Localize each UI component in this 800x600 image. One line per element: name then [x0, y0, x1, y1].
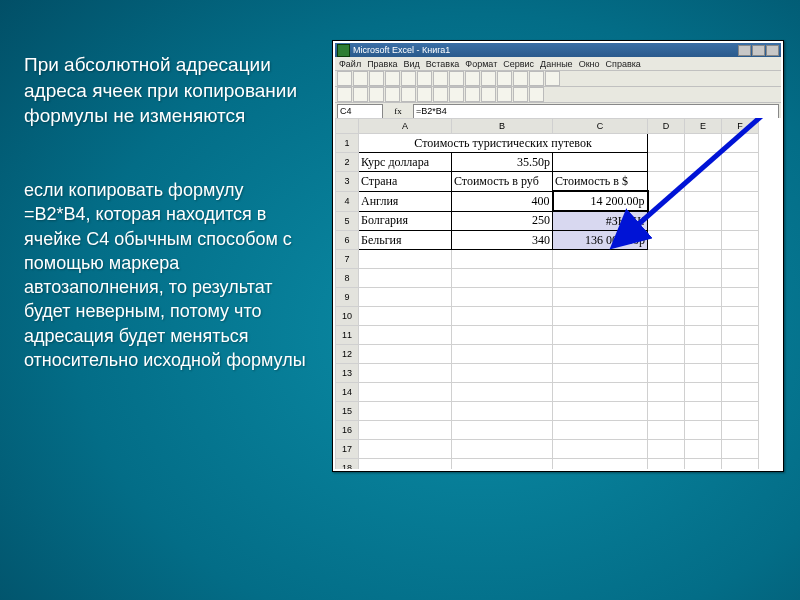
menu-item[interactable]: Вставка — [426, 59, 459, 69]
toolbar-button[interactable] — [465, 87, 480, 102]
window-title: Microsoft Excel - Книга1 — [353, 45, 737, 55]
toolbar-button[interactable] — [529, 87, 544, 102]
toolbar-button[interactable] — [513, 71, 528, 86]
paragraph-2: если копировать формулу =B2*B4, которая … — [24, 178, 314, 372]
fx-icon[interactable]: fx — [383, 106, 413, 116]
menu-item[interactable]: Сервис — [503, 59, 534, 69]
formula-input[interactable]: =B2*B4 — [413, 104, 779, 119]
toolbar-button[interactable] — [417, 71, 432, 86]
toolbar-button[interactable] — [449, 71, 464, 86]
toolbar-button[interactable] — [465, 71, 480, 86]
toolbar-button[interactable] — [353, 87, 368, 102]
menu-item[interactable]: Окно — [579, 59, 600, 69]
toolbar-button[interactable] — [497, 71, 512, 86]
toolbar-button[interactable] — [385, 71, 400, 86]
worksheet[interactable]: ABCDEF1Стоимость туристических путевок2К… — [335, 118, 781, 469]
minimize-button[interactable] — [738, 45, 751, 56]
toolbar-button[interactable] — [529, 71, 544, 86]
toolbar-button[interactable] — [433, 71, 448, 86]
toolbar-button[interactable] — [481, 87, 496, 102]
toolbar-button[interactable] — [385, 87, 400, 102]
excel-app-icon — [337, 44, 350, 57]
toolbar-button[interactable] — [433, 87, 448, 102]
toolbar-button[interactable] — [497, 87, 512, 102]
maximize-button[interactable] — [752, 45, 765, 56]
toolbar-button[interactable] — [417, 87, 432, 102]
menu-item[interactable]: Правка — [367, 59, 397, 69]
toolbar-button[interactable] — [481, 71, 496, 86]
menu-bar[interactable]: Файл Правка Вид Вставка Формат Сервис Да… — [335, 57, 781, 71]
toolbar-button[interactable] — [369, 87, 384, 102]
menu-item[interactable]: Файл — [339, 59, 361, 69]
close-button[interactable] — [766, 45, 779, 56]
toolbar-button[interactable] — [369, 71, 384, 86]
toolbar-button[interactable] — [401, 71, 416, 86]
toolbar-button[interactable] — [353, 71, 368, 86]
window-titlebar: Microsoft Excel - Книга1 — [335, 43, 781, 57]
toolbar-button[interactable] — [449, 87, 464, 102]
toolbar-button[interactable] — [545, 71, 560, 86]
menu-item[interactable]: Данные — [540, 59, 573, 69]
paragraph-1: При абсолютной адресации адреса ячеек пр… — [24, 52, 304, 129]
toolbar-1 — [335, 71, 781, 87]
toolbar-button[interactable] — [337, 87, 352, 102]
toolbar-button[interactable] — [513, 87, 528, 102]
menu-item[interactable]: Вид — [404, 59, 420, 69]
excel-screenshot: Microsoft Excel - Книга1 Файл Правка Вид… — [332, 40, 784, 472]
toolbar-button[interactable] — [401, 87, 416, 102]
menu-item[interactable]: Формат — [465, 59, 497, 69]
slide: При абсолютной адресации адреса ячеек пр… — [0, 0, 800, 600]
toolbar-button[interactable] — [337, 71, 352, 86]
menu-item[interactable]: Справка — [606, 59, 641, 69]
toolbar-2 — [335, 87, 781, 103]
name-box[interactable]: C4 — [337, 104, 383, 119]
